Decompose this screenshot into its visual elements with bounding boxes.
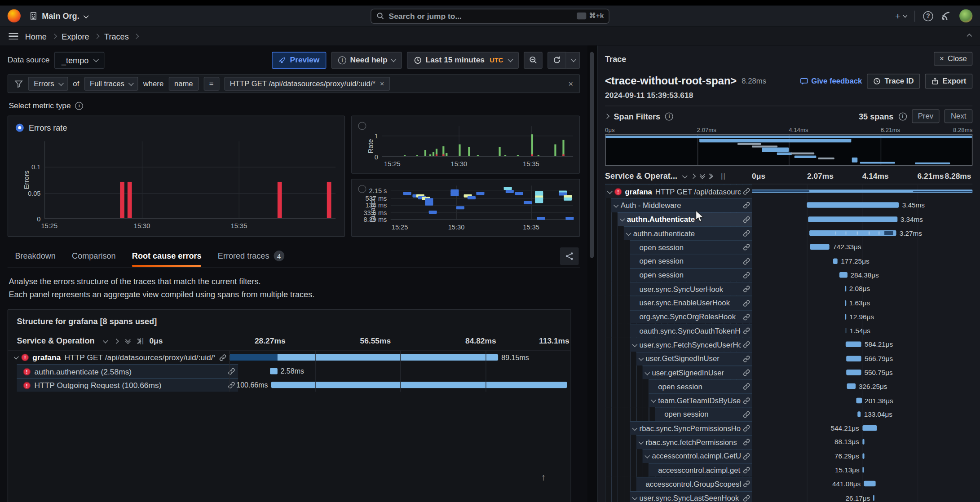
link-icon[interactable] — [742, 494, 750, 502]
span-name-cell[interactable]: grafanaHTTP GET /api/datasources/pr — [605, 185, 752, 198]
span-name-cell[interactable]: oauth.sync.SyncOauthTokenHook — [630, 324, 752, 338]
span-bar[interactable] — [863, 467, 864, 473]
span-name-cell[interactable]: accesscontrol.acimpl.get( — [649, 463, 752, 477]
span-bar[interactable] — [271, 382, 567, 388]
table-row[interactable]: HTTP Outgoing Request (100.66ms)100.66ms — [8, 378, 570, 392]
org-switcher[interactable]: Main Org. — [29, 11, 87, 21]
link-icon[interactable] — [741, 494, 750, 502]
tab-errored-traces[interactable]: Errored traces4 — [218, 245, 284, 267]
zoom-out-button[interactable] — [524, 52, 543, 69]
span-row[interactable]: authn.authenticate3.27ms — [605, 226, 972, 240]
link-icon[interactable] — [741, 202, 750, 210]
span-name-cell[interactable]: open session — [655, 407, 752, 421]
link-icon[interactable] — [741, 257, 750, 265]
span-bar[interactable] — [809, 230, 896, 236]
link-icon[interactable] — [741, 341, 750, 349]
span-bar[interactable] — [857, 411, 861, 417]
filter-scope-select[interactable]: Full traces — [84, 77, 138, 91]
span-row[interactable]: open session133.04μs — [605, 407, 972, 421]
chevron-right-icon[interactable] — [604, 114, 609, 119]
link-icon[interactable] — [742, 410, 750, 418]
chevron-down-icon[interactable] — [645, 370, 650, 375]
collapse-one-icon[interactable] — [682, 173, 687, 178]
span-name-cell[interactable]: open session — [630, 240, 752, 254]
link-icon[interactable] — [741, 369, 750, 377]
span-row[interactable]: oauth.sync.SyncOauthTokenHook1.54μs — [605, 324, 972, 338]
expand-all-icon[interactable] — [137, 339, 140, 343]
span-bar[interactable] — [856, 397, 861, 403]
span-name-cell[interactable]: authn.Authenticate — [618, 212, 752, 226]
give-feedback-link[interactable]: Give feedback — [800, 77, 862, 85]
span-bar[interactable] — [862, 439, 865, 445]
filter-metric-select[interactable]: Errors — [28, 77, 68, 91]
scroll-top-icon[interactable]: ↑ — [541, 472, 545, 483]
chevron-down-icon[interactable] — [638, 439, 644, 445]
span-row[interactable]: rbac.sync.SyncPermissionsHook544.21μs — [605, 421, 972, 435]
span-row[interactable]: team.GetTeamIDsByUser201.38μs — [605, 393, 972, 407]
column-resize-handle[interactable]: || — [721, 172, 726, 179]
span-name-cell[interactable]: HTTP Outgoing Request (100.66ms) — [17, 378, 238, 392]
close-button[interactable]: Close — [934, 52, 972, 66]
expand-one-icon[interactable] — [114, 338, 119, 343]
span-row[interactable]: user.getSignedInUser550.75μs — [605, 365, 972, 379]
link-icon[interactable] — [742, 313, 750, 321]
errors-rate-radio[interactable] — [16, 124, 24, 132]
link-icon[interactable] — [741, 466, 750, 474]
expand-all-icon[interactable] — [709, 174, 711, 178]
tab-root-cause-errors[interactable]: Root cause errors — [132, 245, 202, 267]
span-name-cell[interactable]: grafanaHTTP GET /api/datasources/proxy/u… — [8, 351, 230, 365]
pane-divider[interactable] — [587, 46, 597, 502]
span-bar[interactable] — [833, 258, 838, 264]
clear-filters-icon[interactable] — [569, 79, 574, 88]
filter-operator[interactable]: = — [203, 77, 219, 91]
link-icon[interactable] — [741, 229, 750, 238]
span-row[interactable]: open session177.25μs — [605, 254, 972, 268]
link-icon[interactable] — [742, 341, 750, 349]
span-name-cell[interactable]: open session — [630, 254, 752, 268]
filter-key[interactable]: name — [168, 77, 199, 91]
next-button[interactable]: Next — [945, 110, 972, 123]
export-button[interactable]: Export — [925, 74, 973, 88]
link-icon[interactable] — [742, 299, 750, 307]
span-row[interactable]: open session742.33μs — [605, 240, 972, 254]
chevron-down-icon[interactable] — [620, 216, 625, 222]
span-bar[interactable] — [847, 370, 861, 375]
link-icon[interactable] — [742, 480, 750, 488]
link-icon[interactable] — [742, 327, 750, 335]
span-bar[interactable] — [807, 203, 899, 208]
chevron-down-icon[interactable] — [614, 203, 619, 208]
prev-button[interactable]: Prev — [912, 110, 940, 123]
link-icon[interactable] — [741, 480, 750, 488]
link-icon[interactable] — [742, 438, 750, 446]
span-bar[interactable] — [810, 244, 830, 250]
chevron-down-icon[interactable] — [607, 189, 613, 194]
link-icon[interactable] — [742, 216, 750, 224]
table-row[interactable]: authn.authenticate (2.58ms)2.58ms — [8, 364, 570, 378]
time-range-picker[interactable]: Last 15 minutes UTC — [407, 52, 519, 69]
link-icon[interactable] — [741, 271, 750, 279]
link-icon[interactable] — [742, 369, 750, 377]
link-icon[interactable] — [742, 466, 750, 474]
span-name-cell[interactable]: accesscontrol.acimpl.GetUs — [643, 449, 752, 463]
news-rss-icon[interactable] — [941, 11, 951, 21]
grafana-logo-icon[interactable] — [8, 9, 21, 22]
span-bar[interactable] — [845, 300, 846, 306]
span-row[interactable]: accesscontrol.acimpl.get(15.13μs — [605, 463, 972, 477]
trace-minimap[interactable] — [605, 134, 972, 166]
span-row[interactable]: accesscontrol.GroupScopesBy441.08μs — [605, 477, 972, 491]
span-row[interactable]: rbac.sync.fetchPermissions88.13μs — [605, 435, 972, 449]
link-icon[interactable] — [742, 229, 750, 238]
collapse-all-icon[interactable] — [700, 174, 703, 177]
scrollbar-thumb[interactable] — [590, 52, 594, 258]
span-bar[interactable] — [808, 216, 897, 222]
link-icon[interactable] — [742, 396, 750, 405]
link-icon[interactable] — [742, 285, 750, 293]
link-icon[interactable] — [742, 424, 750, 432]
chevron-down-icon[interactable] — [626, 230, 631, 236]
link-icon[interactable] — [741, 285, 750, 293]
span-name-cell[interactable]: rbac.sync.SyncPermissionsHook — [630, 421, 752, 435]
trace-id-button[interactable]: Trace ID — [867, 74, 920, 88]
span-name-cell[interactable]: org.sync.SyncOrgRolesHook — [630, 310, 752, 324]
span-bar[interactable] — [846, 356, 861, 361]
refresh-button[interactable] — [547, 52, 566, 69]
